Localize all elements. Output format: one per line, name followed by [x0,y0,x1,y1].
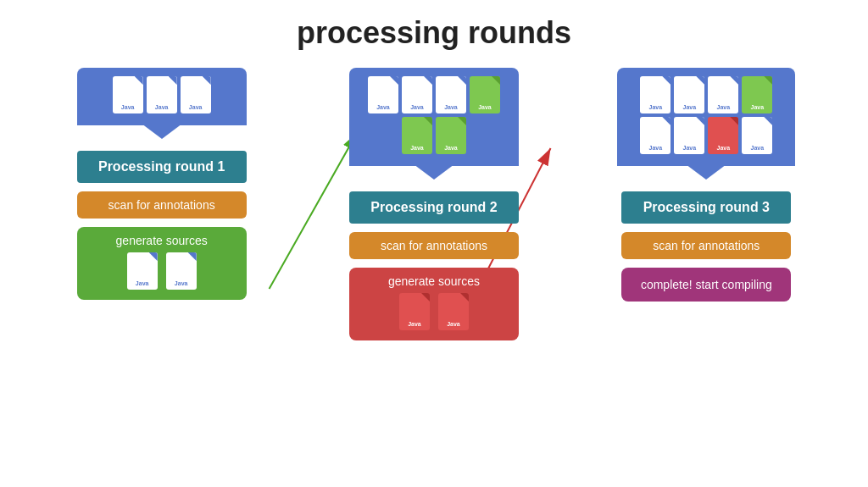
round2-scan: scan for annotations [349,232,519,259]
file-icon: Java [640,76,670,113]
file-icon: Java [674,117,704,154]
round1-file-stack: Java Java Java [77,68,247,125]
file-icon: Java [640,117,670,154]
round-3-column: Java Java Java Java Java Java Java Java … [613,68,799,302]
file-icon-green: Java [742,76,772,113]
file-icon-green: Java [470,76,500,113]
round3-file-stack: Java Java Java Java Java Java Java Java [617,68,795,166]
file-icon-red: Java [708,117,738,154]
file-icon: Java [436,76,466,113]
file-icon-green: Java [402,117,432,154]
round-1-column: Java Java Java Processing round 1 scan f… [69,68,255,300]
gen-file-icon: Java [166,252,197,290]
round1-scan: scan for annotations [77,191,247,219]
file-icon: Java [147,76,177,113]
gen-file-icon-red: Java [399,293,430,330]
file-icon: Java [742,117,772,154]
round-2-column: Java Java Java Java Java Java Processing… [341,68,527,340]
round2-file-stack: Java Java Java Java Java Java [349,68,519,166]
round1-gen-files: Java Java [127,252,197,290]
file-icon: Java [708,76,738,113]
round3-label: Processing round 3 [621,191,791,224]
file-icon: Java [181,76,211,113]
round1-label: Processing round 1 [77,151,247,183]
round3-complete: complete! start compiling [621,268,791,302]
gen-file-icon: Java [127,252,158,290]
file-icon: Java [674,76,704,113]
round2-label: Processing round 2 [349,191,519,224]
file-icon-green: Java [436,117,466,154]
page-title: processing rounds [0,0,868,59]
file-icon: Java [113,76,143,113]
round2-generate: generate sources Java Java [349,268,519,340]
round2-gen-files: Java Java [399,293,469,330]
round3-scan: scan for annotations [621,232,791,259]
diagram-area: Java Java Java Processing round 1 scan f… [0,59,868,340]
file-icon: Java [368,76,398,113]
file-icon: Java [402,76,432,113]
round1-generate: generate sources Java Java [77,227,247,300]
gen-file-icon-red: Java [438,293,469,330]
